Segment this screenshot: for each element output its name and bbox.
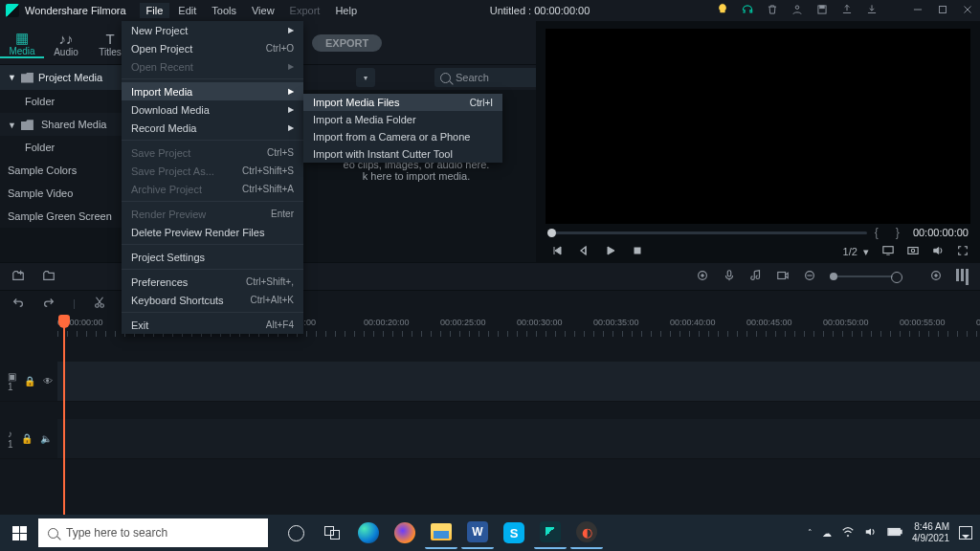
- tab-media[interactable]: ▦Media: [0, 27, 44, 58]
- tips-icon[interactable]: [716, 3, 729, 18]
- menu-tools[interactable]: Tools: [205, 3, 243, 18]
- menu-file[interactable]: File: [140, 3, 170, 18]
- audio-track-1[interactable]: [57, 419, 980, 459]
- stop-button[interactable]: [632, 245, 643, 258]
- mi-preferences[interactable]: PreferencesCtrl+Shift+,: [122, 273, 303, 291]
- svg-rect-6: [908, 248, 918, 254]
- mi-keyboard-shortcuts[interactable]: Keyboard ShortcutsCtrl+Alt+K: [122, 291, 303, 309]
- audio-track-icon[interactable]: [749, 269, 763, 284]
- audio-track-header[interactable]: ♪ 1 🔒 🔈: [0, 419, 57, 459]
- fullscreen-icon[interactable]: [957, 245, 969, 258]
- search-input[interactable]: Search: [434, 68, 546, 87]
- mi-project-settings[interactable]: Project Settings: [122, 248, 303, 266]
- taskbar-edge[interactable]: [352, 517, 385, 549]
- zoom-fit-icon[interactable]: [929, 269, 943, 284]
- tray-onedrive-icon[interactable]: ☁: [822, 528, 832, 539]
- menu-bar: File Edit Tools View Export Help: [140, 3, 364, 18]
- snapshot-icon[interactable]: [907, 245, 919, 258]
- mi-record-media[interactable]: Record Media▶: [122, 119, 303, 137]
- tab-audio[interactable]: ♪♪Audio: [44, 28, 88, 57]
- filter-dropdown[interactable]: ▾: [356, 68, 375, 87]
- maximize-icon[interactable]: [936, 3, 949, 18]
- minimize-icon[interactable]: [911, 3, 924, 18]
- svg-rect-10: [727, 271, 731, 276]
- new-folder-icon[interactable]: [42, 269, 56, 284]
- tray-battery-icon[interactable]: [887, 527, 902, 539]
- voiceover-icon[interactable]: [723, 269, 736, 284]
- taskbar-search[interactable]: Type here to search: [38, 518, 268, 547]
- zoom-out-icon[interactable]: [803, 269, 816, 284]
- prev-frame-button[interactable]: [551, 245, 563, 258]
- taskbar-skype[interactable]: S: [498, 517, 530, 549]
- support-icon[interactable]: [741, 3, 754, 18]
- download-icon[interactable]: [865, 3, 879, 18]
- start-button[interactable]: [0, 515, 38, 551]
- taskbar-explorer[interactable]: [425, 517, 457, 549]
- menu-export[interactable]: Export: [283, 3, 327, 18]
- account-icon[interactable]: [791, 3, 804, 18]
- visibility-icon[interactable]: 👁: [43, 376, 53, 386]
- export-button[interactable]: EXPORT: [312, 34, 382, 52]
- redo-icon[interactable]: [42, 296, 56, 311]
- target-icon[interactable]: [696, 269, 709, 284]
- mi-delete-render[interactable]: Delete Preview Render Files: [122, 223, 303, 241]
- preview-viewport[interactable]: [546, 29, 970, 224]
- undo-icon[interactable]: [11, 296, 25, 311]
- tray-overflow-icon[interactable]: ˄: [808, 528, 813, 538]
- preview-panel: { } 00:00:00:00 1/2 ▾: [536, 21, 980, 262]
- delete-icon[interactable]: [766, 3, 779, 18]
- add-bin-icon[interactable]: [11, 269, 25, 284]
- mi-open-project[interactable]: Open ProjectCtrl+O: [122, 39, 303, 57]
- taskbar-firefox[interactable]: [389, 517, 421, 549]
- svg-point-0: [795, 6, 799, 9]
- video-track-header[interactable]: ▣ 1 🔒 👁: [0, 362, 57, 402]
- menu-help[interactable]: Help: [328, 3, 364, 18]
- step-back-button[interactable]: [578, 245, 590, 258]
- preview-scrubber[interactable]: [547, 231, 867, 234]
- notifications-icon[interactable]: [959, 526, 972, 540]
- mi-render-preview[interactable]: Render PreviewEnter: [122, 205, 303, 223]
- mi-save-project[interactable]: Save ProjectCtrl+S: [122, 143, 303, 162]
- cut-icon[interactable]: [93, 296, 106, 311]
- mi-save-project-as[interactable]: Save Project As...Ctrl+Shift+S: [122, 162, 303, 180]
- tray-volume-icon[interactable]: [864, 525, 878, 540]
- task-view-button[interactable]: [316, 517, 348, 549]
- video-track-1[interactable]: [57, 362, 980, 402]
- playhead[interactable]: [63, 316, 65, 515]
- mi-exit[interactable]: ExitAlt+F4: [122, 316, 303, 334]
- lock-icon[interactable]: 🔒: [24, 376, 35, 386]
- smi-import-files[interactable]: Import Media FilesCtrl+I: [303, 94, 502, 111]
- menu-edit[interactable]: Edit: [171, 3, 203, 18]
- track-body[interactable]: [57, 337, 980, 515]
- mute-icon[interactable]: 🔈: [40, 433, 52, 444]
- smi-import-instant-cutter[interactable]: Import with Instant Cutter Tool: [303, 145, 502, 163]
- menu-view[interactable]: View: [245, 3, 281, 18]
- taskbar-snagit[interactable]: ◐: [570, 517, 603, 549]
- mark-in-out-icon[interactable]: { }: [875, 226, 902, 239]
- taskbar-filmora[interactable]: [534, 517, 567, 549]
- volume-icon[interactable]: [932, 245, 944, 258]
- zoom-slider[interactable]: [830, 276, 893, 277]
- mi-download-media[interactable]: Download Media▶: [122, 100, 303, 119]
- close-icon[interactable]: [961, 3, 974, 18]
- save-icon[interactable]: [815, 3, 829, 18]
- smi-import-folder[interactable]: Import a Media Folder: [303, 111, 502, 128]
- smi-import-camera[interactable]: Import from a Camera or a Phone: [303, 128, 502, 145]
- dropzone-text-2: k here to import media.: [306, 170, 526, 182]
- lock-icon[interactable]: 🔒: [21, 433, 33, 444]
- mi-archive-project[interactable]: Archive ProjectCtrl+Shift+A: [122, 180, 303, 198]
- mi-open-recent[interactable]: Open Recent▶: [122, 57, 303, 76]
- taskbar-word[interactable]: W: [461, 517, 494, 549]
- tray-clock[interactable]: 8:46 AM 4/9/2021: [912, 521, 949, 544]
- upload-icon[interactable]: [840, 3, 854, 18]
- play-button[interactable]: [605, 245, 616, 258]
- video-track-icon[interactable]: [776, 269, 790, 284]
- preview-quality[interactable]: 1/2 ▾: [843, 246, 869, 258]
- tray-wifi-icon[interactable]: [841, 525, 855, 540]
- mi-new-project[interactable]: New Project▶: [122, 21, 303, 39]
- display-icon[interactable]: [882, 245, 894, 258]
- titlebar-actions: [716, 3, 974, 18]
- mi-import-media[interactable]: Import Media▶: [122, 82, 303, 100]
- cortana-button[interactable]: [279, 517, 312, 549]
- mixer-icon[interactable]: [956, 269, 969, 285]
